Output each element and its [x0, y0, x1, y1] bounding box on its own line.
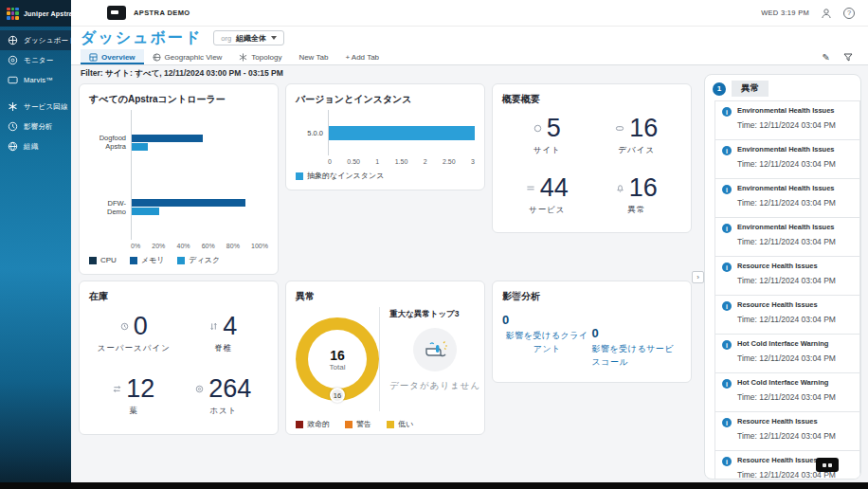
card-summary: 概要概要 5 サイト 16 デバイス [492, 83, 692, 233]
card-anomalies: 異常 16 Total 16 重大な異常トップ3 [285, 281, 485, 435]
category-label: 5.0.0 [296, 129, 328, 137]
no-data-text: データがありません [389, 380, 480, 392]
legend-swatch [130, 257, 137, 264]
tab-new-tab[interactable]: New Tab [290, 49, 336, 64]
card-versions-instances: バージョンとインスタンス 5.0.0 00.5011.5022.503 抽象的な… [285, 83, 485, 190]
sidebar-item-dashboard[interactable]: ダッシュボード [0, 30, 71, 50]
page-header: ダッシュボード org 組織全体 [71, 27, 868, 49]
juniper-logo-icon [7, 8, 19, 20]
edit-dashboard-icon[interactable]: ✎ [823, 52, 830, 63]
anomalies-donut-chart: 16 Total 16 [296, 307, 379, 411]
stat-devices: 16 デバイス [592, 106, 682, 166]
marvis-icon [8, 75, 18, 85]
tick-label: 20% [152, 243, 165, 249]
anomalies-panel-title: 異常 [732, 81, 769, 97]
sidebar-item-organization[interactable]: 組織 [0, 136, 71, 156]
impacted-clients-link[interactable]: 0 影響を受けるクライアント [502, 313, 592, 369]
controllers-bar-chart: Dogfood ApstraDFW-Demo 0%20%40%60%80%100… [89, 106, 268, 265]
tick-label: 3 [471, 158, 475, 165]
anomaly-time: Time: 12/11/2024 03:04 PM [737, 315, 853, 324]
panel-expand-button[interactable]: › [692, 271, 704, 283]
category-label: DFW-Demo [89, 199, 131, 216]
chart-legend: CPUメモリディスク [89, 255, 268, 265]
anomaly-list-item[interactable]: iHot Cold Interface WarningTime: 12/11/2… [714, 334, 860, 372]
impacted-service-calls-link[interactable]: 0 影響を受けるサービスコール [592, 326, 682, 369]
org-select-dropdown[interactable]: org 組織全体 [213, 30, 284, 45]
overview-icon [89, 53, 98, 62]
bar-group [132, 199, 268, 215]
legend-label: CPU [100, 256, 117, 264]
asterisk-icon [8, 101, 18, 112]
superspine-icon [120, 322, 129, 331]
bell-icon [616, 184, 624, 192]
tab-topology[interactable]: Topology [230, 49, 290, 64]
juniper-apstra-logo: Juniper Apstra™ [0, 0, 71, 27]
bar-ディスク [132, 208, 159, 215]
anomalies-panel[interactable]: 1 異常 iEnvironmental Health IssuesTime: 1… [704, 74, 861, 480]
legend-swatch [296, 421, 303, 428]
legend-swatch [177, 257, 185, 264]
add-tab-button[interactable]: + Add Tab [336, 49, 388, 64]
tick-label: 0% [131, 243, 140, 249]
donut-slice-badge: 16 [330, 388, 345, 403]
y-axis-labels: Dogfood ApstraDFW-Demo [89, 110, 131, 240]
legend-swatch [89, 257, 97, 264]
tab-overview[interactable]: Overview [81, 49, 144, 64]
info-icon: i [722, 301, 732, 311]
tick-label: 0 [328, 158, 332, 165]
globe-tab-icon [153, 53, 161, 62]
bar-メモリ [132, 135, 203, 142]
legend-item: ディスク [177, 255, 220, 265]
anomaly-list-item[interactable]: iResource Health IssuesTime: 12/11/2024 … [714, 411, 860, 450]
anomaly-list-item[interactable]: iEnvironmental Health IssuesTime: 12/11/… [714, 139, 860, 178]
tick-label: 60% [202, 243, 215, 249]
tick-label: 1.50 [395, 158, 408, 165]
stat-leaf: 12 葉 [89, 366, 179, 428]
anomaly-list-item[interactable]: iResource Health IssuesTime: 12/11/2024 … [714, 256, 860, 295]
sidebar-item-monitor[interactable]: モニター [0, 50, 71, 70]
sidebar-item-service-circuits[interactable]: サービス回線 [0, 97, 71, 117]
filter-icon[interactable] [843, 52, 853, 62]
tab-geographic-view[interactable]: Geographic View [144, 49, 231, 64]
stat-hosts: 264 ホスト [179, 366, 269, 428]
user-icon[interactable] [821, 8, 832, 19]
stat-superspine: 0 スーパースパイン [89, 303, 179, 366]
filter-summary: Filter: サイト: すべて, 12/11/2024 03:00 PM - … [81, 68, 283, 80]
donut-total-label: Total [330, 363, 346, 371]
recording-indicator [816, 458, 839, 472]
info-icon: i [722, 224, 732, 233]
host-icon [195, 385, 204, 393]
anomaly-time: Time: 12/11/2024 03:04 PM [737, 237, 853, 246]
org-switcher[interactable]: APSTRA DEMO [107, 6, 190, 20]
legend-label: ディスク [189, 255, 220, 265]
tick-label: 1 [375, 158, 379, 165]
donut-ring: 16 Total 16 [296, 317, 379, 401]
anomaly-list: iEnvironmental Health IssuesTime: 12/11/… [714, 100, 860, 480]
info-icon: i [722, 107, 732, 117]
sidebar-item-marvis[interactable]: Marvis™ [0, 70, 71, 90]
monitor-icon [8, 55, 18, 65]
info-icon: i [722, 457, 732, 466]
legend-label: 警告 [356, 419, 371, 429]
stat-anomalies: 16 異常 [592, 166, 682, 226]
bar-ディスク [132, 143, 148, 151]
help-icon[interactable]: ? [843, 8, 855, 19]
tick-label: 0.50 [347, 158, 360, 165]
tick-label: 80% [226, 243, 240, 249]
anomaly-list-item[interactable]: iResource Health IssuesTime: 12/11/2024 … [714, 295, 860, 334]
sidebar-item-impact-analysis[interactable]: 影響分析 [0, 117, 71, 136]
legend-swatch [387, 421, 394, 428]
x-axis-ticks: 0%20%40%60%80%100% [131, 240, 268, 249]
anomaly-list-item[interactable]: iHot Cold Interface WarningTime: 12/11/2… [714, 372, 860, 411]
dashboard-content: Filter: サイト: すべて, 12/11/2024 03:00 PM - … [71, 65, 868, 482]
anomaly-count-badge: 1 [713, 82, 726, 96]
anomaly-list-item[interactable]: iEnvironmental Health IssuesTime: 12/11/… [714, 217, 860, 256]
spine-icon [209, 322, 218, 331]
app-window: Juniper Apstra™ ダッシュボード モニター Marvis™ サービ… [0, 0, 868, 489]
info-icon: i [722, 146, 732, 155]
anomaly-list-item[interactable]: iEnvironmental Health IssuesTime: 12/11/… [714, 178, 860, 217]
info-icon: i [722, 340, 732, 350]
anomaly-time: Time: 12/11/2024 03:04 PM [737, 159, 853, 169]
tick-label: 40% [176, 243, 190, 249]
anomaly-list-item[interactable]: iEnvironmental Health IssuesTime: 12/11/… [714, 100, 860, 139]
